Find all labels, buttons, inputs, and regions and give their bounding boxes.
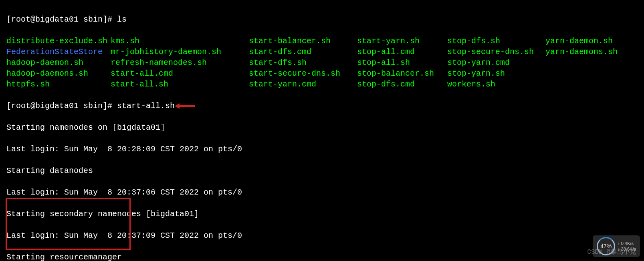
output-line: Starting resourcemanager — [6, 252, 638, 261]
command-start-all: start-all.sh — [117, 101, 175, 110]
file-item: httpfs.sh — [6, 79, 111, 90]
output-line: Last login: Sun May 8 20:37:06 CST 2022 … — [6, 187, 638, 198]
shell-prompt: [root@bigdata01 sbin]# — [6, 15, 117, 24]
file-item: start-yarn.sh — [357, 36, 447, 46]
ls-listing: distribute-exclude.sh FederationStateSto… — [6, 36, 638, 90]
arrow-annotation-icon — [178, 103, 198, 109]
file-item: distribute-exclude.sh — [6, 36, 111, 46]
file-item: refresh-namenodes.sh — [111, 57, 249, 68]
terminal-output[interactable]: [root@bigdata01 sbin]# ls distribute-exc… — [0, 0, 644, 261]
file-item: start-all.cmd — [111, 68, 249, 79]
output-line: Starting datanodes — [6, 165, 638, 176]
file-item: stop-balancer.sh — [357, 68, 447, 79]
file-item: kms.sh — [111, 36, 249, 46]
dir-item: FederationStateStore — [6, 46, 111, 57]
file-item: hadoop-daemon.sh — [6, 57, 111, 68]
file-item: stop-dfs.sh — [447, 36, 545, 46]
file-item: stop-all.cmd — [357, 46, 447, 57]
file-item: start-yarn.cmd — [249, 79, 357, 90]
file-item: stop-yarn.cmd — [447, 57, 545, 68]
file-item: stop-dfs.cmd — [357, 79, 447, 90]
upload-speed: ↑ 0.4K/s — [618, 241, 636, 246]
file-item: workers.sh — [447, 79, 545, 90]
file-item: stop-all.sh — [357, 57, 447, 68]
file-item: start-balancer.sh — [249, 36, 357, 46]
shell-prompt: [root@bigdata01 sbin]# — [6, 101, 117, 110]
output-line: Starting namenodes on [bigdata01] — [6, 122, 638, 133]
output-line: Last login: Sun May 8 20:28:09 CST 2022 … — [6, 144, 638, 155]
file-item: stop-secure-dns.sh — [447, 46, 545, 57]
file-item: mr-jobhistory-daemon.sh — [111, 46, 249, 57]
output-line: Last login: Sun May 8 20:37:09 CST 2022 … — [6, 230, 638, 241]
file-item: yarn-daemon.sh — [545, 36, 626, 46]
file-item: start-secure-dns.sh — [249, 68, 357, 79]
file-item: start-all.sh — [111, 79, 249, 90]
file-item: hadoop-daemons.sh — [6, 68, 111, 79]
file-item: stop-yarn.sh — [447, 68, 545, 79]
command-ls: ls — [117, 15, 127, 24]
file-item: yarn-daemons.sh — [545, 46, 626, 57]
file-item: start-dfs.sh — [249, 57, 357, 68]
csdn-watermark: CSDN @菜鸟小克 — [587, 247, 636, 258]
output-line: Starting secondary namenodes [bigdata01] — [6, 209, 638, 219]
file-item: start-dfs.cmd — [249, 46, 357, 57]
